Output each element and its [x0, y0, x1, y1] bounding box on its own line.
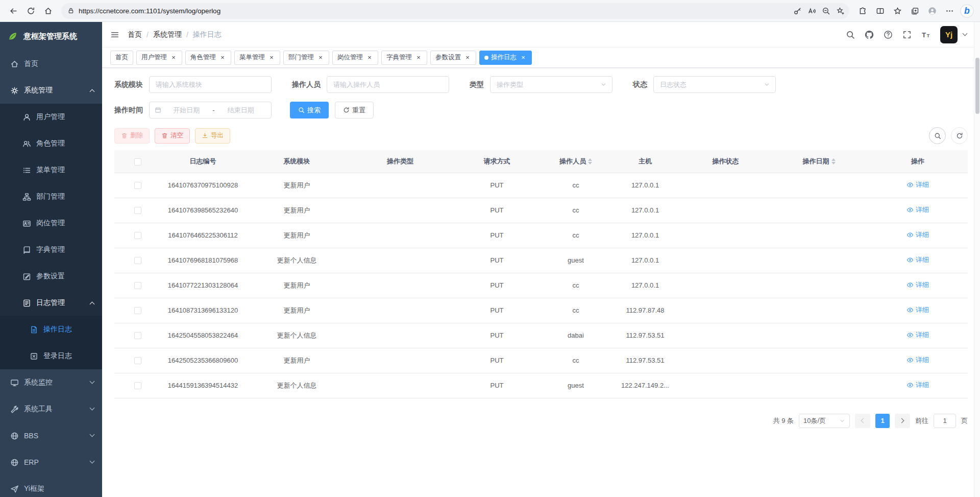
detail-link[interactable]: 详细 — [906, 230, 929, 240]
tab[interactable]: 操作日志 — [479, 51, 532, 65]
add-favorite-icon[interactable] — [833, 4, 847, 18]
status-select[interactable]: 日志状态 — [653, 76, 776, 93]
breadcrumb-item[interactable]: 系统管理 — [153, 30, 182, 39]
detail-link[interactable]: 详细 — [906, 381, 929, 390]
tab[interactable]: 用户管理 — [136, 51, 182, 65]
address-bar[interactable]: https://ccnetcore.com:1101/system/log/op… — [61, 3, 849, 19]
module-input[interactable] — [149, 76, 272, 93]
row-checkbox[interactable] — [134, 282, 141, 289]
type-select[interactable]: 操作类型 — [490, 76, 612, 93]
detail-link[interactable]: 详细 — [906, 255, 929, 265]
close-icon[interactable] — [170, 54, 177, 61]
refresh-icon[interactable] — [22, 3, 39, 19]
sidebar-item[interactable]: 登录日志 — [0, 343, 102, 369]
row-checkbox[interactable] — [134, 207, 141, 214]
sidebar-item[interactable]: 字典管理 — [0, 236, 102, 263]
detail-link[interactable]: 详细 — [906, 305, 929, 315]
prev-page-button[interactable] — [855, 414, 870, 428]
detail-link[interactable]: 详细 — [906, 205, 929, 215]
delete-button[interactable]: 删除 — [114, 128, 150, 144]
split-screen-icon[interactable] — [872, 3, 888, 19]
sidebar-item[interactable]: 参数设置 — [0, 263, 102, 290]
sidebar-item[interactable]: 岗位管理 — [0, 210, 102, 236]
goto-page-input[interactable] — [934, 414, 956, 428]
row-checkbox[interactable] — [134, 382, 141, 389]
close-icon[interactable] — [520, 54, 527, 61]
sidebar-item[interactable]: 操作日志 — [0, 316, 102, 343]
sidebar-item[interactable]: 菜单管理 — [0, 157, 102, 183]
tab[interactable]: 岗位管理 — [332, 51, 378, 65]
font-size-icon[interactable]: TT — [921, 30, 930, 39]
tab[interactable]: 首页 — [110, 51, 133, 65]
chevron-down-icon[interactable] — [963, 31, 968, 36]
sort-carets-icon[interactable] — [831, 158, 836, 164]
export-button[interactable]: 导出 — [195, 128, 230, 144]
page-size-select[interactable]: 10条/页 — [799, 414, 850, 428]
column-header[interactable]: 操作人员 — [542, 150, 609, 173]
close-icon[interactable] — [464, 54, 471, 61]
tab[interactable]: 字典管理 — [381, 51, 427, 65]
clear-button[interactable]: 清空 — [155, 128, 190, 144]
scrollbar-thumb[interactable] — [975, 58, 979, 114]
home-icon[interactable] — [40, 3, 56, 19]
more-options-icon[interactable] — [941, 3, 958, 19]
sidebar-item[interactable]: 部门管理 — [0, 183, 102, 210]
url-text[interactable]: https://ccnetcore.com:1101/system/log/op… — [79, 7, 220, 15]
refresh-button[interactable] — [951, 127, 968, 144]
row-checkbox[interactable] — [134, 182, 141, 189]
tab[interactable]: 菜单管理 — [234, 51, 280, 65]
sidebar-item[interactable]: 系统监控 — [0, 369, 102, 396]
select-all-checkbox[interactable] — [134, 158, 141, 165]
tab[interactable]: 参数设置 — [430, 51, 476, 65]
search-toggle-button[interactable] — [929, 127, 946, 144]
row-checkbox[interactable] — [134, 307, 141, 314]
detail-link[interactable]: 详细 — [906, 356, 929, 365]
sidebar-item[interactable]: 角色管理 — [0, 130, 102, 157]
operator-input[interactable] — [327, 76, 449, 93]
app-logo[interactable]: 意框架管理系统 — [0, 22, 102, 51]
next-page-button[interactable] — [895, 414, 910, 428]
search-icon[interactable] — [846, 30, 855, 39]
date-range-picker[interactable]: 开始日期 - 结束日期 — [149, 102, 272, 119]
sidebar-item[interactable]: 系统工具 — [0, 396, 102, 422]
sidebar-item[interactable]: ERP — [0, 449, 102, 476]
row-checkbox[interactable] — [134, 357, 141, 364]
read-aloud-icon[interactable] — [804, 4, 819, 18]
zoom-out-icon[interactable] — [819, 4, 833, 18]
github-icon[interactable] — [865, 30, 874, 39]
tab[interactable]: 部门管理 — [283, 51, 329, 65]
column-header[interactable]: 操作日期 — [770, 150, 868, 173]
copilot-icon[interactable]: b — [959, 3, 975, 19]
row-checkbox[interactable] — [134, 332, 141, 339]
collections-icon[interactable] — [906, 3, 923, 19]
sidebar-item[interactable]: 用户管理 — [0, 104, 102, 130]
page-scrollbar[interactable] — [974, 22, 980, 497]
help-icon[interactable] — [884, 30, 893, 39]
sidebar-item[interactable]: 首页 — [0, 51, 102, 77]
favorites-icon[interactable] — [889, 3, 905, 19]
back-icon[interactable] — [5, 3, 21, 19]
sidebar-item[interactable]: Yi框架 — [0, 476, 102, 497]
detail-link[interactable]: 详细 — [906, 330, 929, 340]
fullscreen-icon[interactable] — [902, 30, 912, 39]
close-icon[interactable] — [415, 54, 422, 61]
close-icon[interactable] — [219, 54, 226, 61]
reset-button[interactable]: 重置 — [335, 102, 374, 119]
row-checkbox[interactable] — [134, 257, 141, 264]
sidebar-item[interactable]: BBS — [0, 422, 102, 449]
current-page[interactable]: 1 — [875, 414, 890, 428]
profile-avatar-icon[interactable] — [924, 3, 940, 19]
row-checkbox[interactable] — [134, 232, 141, 239]
search-button[interactable]: 搜索 — [290, 102, 329, 119]
sort-carets-icon[interactable] — [588, 158, 592, 164]
breadcrumb-item[interactable]: 首页 — [128, 30, 142, 39]
password-key-icon[interactable] — [790, 4, 804, 18]
sidebar-item[interactable]: 系统管理 — [0, 77, 102, 104]
hamburger-icon[interactable] — [110, 30, 119, 39]
extensions-icon[interactable] — [854, 3, 871, 19]
close-icon[interactable] — [268, 54, 275, 61]
sidebar-item[interactable]: 日志管理 — [0, 290, 102, 316]
avatar[interactable]: Yj — [940, 26, 958, 43]
detail-link[interactable]: 详细 — [906, 280, 929, 290]
tab[interactable]: 角色管理 — [185, 51, 231, 65]
